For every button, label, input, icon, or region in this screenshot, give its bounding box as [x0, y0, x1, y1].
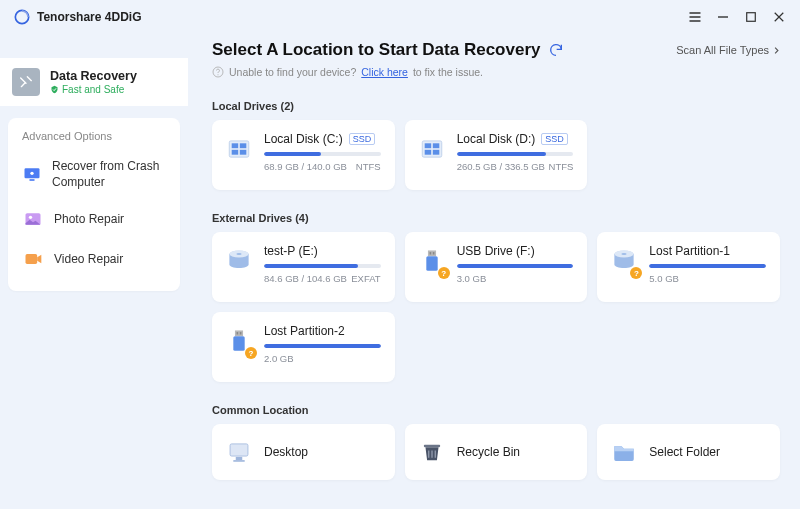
svg-point-6 — [29, 216, 32, 219]
svg-rect-35 — [236, 457, 243, 460]
svg-rect-19 — [432, 150, 439, 155]
device-hint: Unable to find your device? Click here t… — [212, 66, 780, 78]
click-here-link[interactable]: Click here — [361, 66, 408, 78]
video-icon — [22, 248, 44, 270]
drive-size: 68.9 GB / 140.0 GB — [264, 161, 347, 172]
drive-card-local-0[interactable]: Local Disk (C:)SSD 68.9 GB / 140.0 GBNTF… — [212, 120, 395, 190]
location-title: Select Folder — [649, 445, 720, 459]
svg-rect-37 — [424, 445, 440, 447]
svg-rect-34 — [230, 444, 248, 456]
drive-size: 5.0 GB — [649, 273, 679, 284]
drive-size: 260.5 GB / 336.5 GB — [457, 161, 545, 172]
disk-icon: ? — [609, 246, 639, 276]
section-external-drives: External Drives (4) — [212, 212, 780, 224]
svg-rect-23 — [428, 250, 436, 256]
svg-point-4 — [30, 171, 33, 174]
main-content: Select A Location to Start Data Recovery… — [188, 34, 800, 509]
common-location-1[interactable]: Recycle Bin — [405, 424, 588, 480]
svg-rect-30 — [235, 330, 243, 336]
svg-rect-12 — [240, 143, 247, 148]
chevron-right-icon — [773, 47, 780, 54]
warning-badge-icon: ? — [438, 267, 450, 279]
titlebar: Tenorshare 4DDiG — [0, 0, 800, 34]
ssd-badge: SSD — [349, 133, 376, 145]
svg-rect-36 — [233, 460, 244, 462]
close-icon[interactable] — [772, 10, 786, 24]
svg-rect-33 — [240, 332, 242, 334]
drive-title: Local Disk (D:) — [457, 132, 536, 146]
drive-card-local-1[interactable]: Local Disk (D:)SSD 260.5 GB / 336.5 GBNT… — [405, 120, 588, 190]
svg-rect-1 — [747, 13, 756, 22]
drive-title: test-P (E:) — [264, 244, 318, 258]
svg-rect-13 — [232, 150, 239, 155]
sidebar-item-title: Data Recovery — [50, 69, 137, 83]
drive-title: Lost Partition-1 — [649, 244, 730, 258]
minimize-icon[interactable] — [716, 10, 730, 24]
monitor-icon — [22, 164, 42, 186]
sidebar-item-video-repair[interactable]: Video Repair — [8, 239, 180, 279]
sidebar-item-label: Video Repair — [54, 252, 123, 266]
svg-rect-24 — [426, 256, 437, 271]
svg-rect-17 — [432, 143, 439, 148]
ssd-badge: SSD — [541, 133, 568, 145]
svg-rect-18 — [424, 150, 431, 155]
common-location-2[interactable]: Select Folder — [597, 424, 780, 480]
brand: Tenorshare 4DDiG — [14, 9, 141, 25]
drive-card-external-3[interactable]: ? Lost Partition-2 2.0 GB — [212, 312, 395, 382]
scan-all-file-types[interactable]: Scan All File Types — [676, 44, 780, 56]
menu-icon[interactable] — [688, 10, 702, 24]
drive-fs: EXFAT — [351, 273, 380, 284]
usb-icon: ? — [417, 246, 447, 276]
question-circle-icon — [212, 66, 224, 78]
drive-card-external-0[interactable]: test-P (E:) 84.6 GB / 104.6 GBEXFAT — [212, 232, 395, 302]
usb-icon: ? — [224, 326, 254, 356]
drive-fs: NTFS — [356, 161, 381, 172]
drive-fs: NTFS — [549, 161, 574, 172]
svg-rect-11 — [232, 143, 239, 148]
svg-rect-31 — [233, 336, 244, 351]
svg-point-9 — [218, 74, 219, 75]
tools-icon — [12, 68, 40, 96]
drive-title: Lost Partition-2 — [264, 324, 345, 338]
maximize-icon[interactable] — [744, 10, 758, 24]
window-controls — [688, 10, 786, 24]
location-icon — [609, 437, 639, 467]
svg-rect-32 — [237, 332, 239, 334]
sidebar-item-label: Photo Repair — [54, 212, 124, 226]
photo-icon — [22, 208, 44, 230]
sidebar-item-label: Recover from Crash Computer — [52, 159, 166, 190]
svg-rect-16 — [424, 143, 431, 148]
sidebar: Data Recovery Fast and Safe Advanced Opt… — [0, 34, 188, 509]
sidebar-item-recover-crash[interactable]: Recover from Crash Computer — [8, 150, 180, 199]
section-common-location: Common Location — [212, 404, 780, 416]
svg-rect-25 — [429, 252, 431, 254]
svg-rect-14 — [240, 150, 247, 155]
svg-rect-26 — [432, 252, 434, 254]
common-location-0[interactable]: Desktop — [212, 424, 395, 480]
advanced-options-panel: Advanced Options Recover from Crash Comp… — [8, 118, 180, 291]
location-title: Desktop — [264, 445, 308, 459]
page-title: Select A Location to Start Data Recovery — [212, 40, 564, 60]
drive-size: 3.0 GB — [457, 273, 487, 284]
svg-rect-7 — [26, 254, 38, 264]
drive-title: USB Drive (F:) — [457, 244, 535, 258]
warning-badge-icon: ? — [245, 347, 257, 359]
sidebar-item-photo-repair[interactable]: Photo Repair — [8, 199, 180, 239]
brand-text: Tenorshare 4DDiG — [37, 10, 141, 24]
disk-icon — [417, 134, 447, 164]
drive-card-external-1[interactable]: ? USB Drive (F:) 3.0 GB — [405, 232, 588, 302]
drive-title: Local Disk (C:) — [264, 132, 343, 146]
advanced-options-label: Advanced Options — [8, 130, 180, 150]
svg-point-29 — [622, 253, 627, 255]
location-icon — [224, 437, 254, 467]
svg-point-22 — [236, 253, 241, 255]
location-title: Recycle Bin — [457, 445, 520, 459]
drive-size: 2.0 GB — [264, 353, 294, 364]
sidebar-item-data-recovery[interactable]: Data Recovery Fast and Safe — [0, 58, 188, 106]
drive-card-external-2[interactable]: ? Lost Partition-1 5.0 GB — [597, 232, 780, 302]
refresh-icon[interactable] — [548, 42, 564, 58]
sidebar-item-subtitle: Fast and Safe — [50, 84, 137, 95]
warning-badge-icon: ? — [630, 267, 642, 279]
app-logo-icon — [14, 9, 30, 25]
shield-check-icon — [50, 85, 59, 94]
